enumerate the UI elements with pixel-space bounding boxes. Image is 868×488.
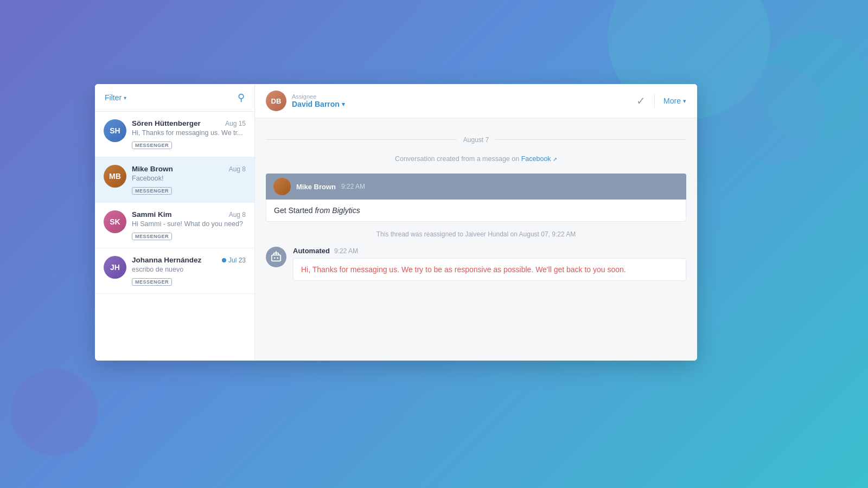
sidebar-header: Filter ▾ ⚲ — [95, 84, 254, 112]
facebook-link[interactable]: Facebook ➚ — [521, 155, 557, 163]
automated-message-block: Automated 9:22 AM Hi, Thanks for messagi… — [266, 247, 686, 281]
conv-name-mike: Mike Brown — [132, 165, 173, 173]
more-label: More — [663, 97, 681, 105]
external-link-icon: ➚ — [553, 156, 557, 162]
assignee-avatar: DB — [266, 91, 286, 111]
conv-top-sammi: Sammi Kim Aug 8 — [132, 210, 246, 219]
bg-decoration-3 — [727, 65, 825, 163]
svg-rect-0 — [272, 255, 281, 261]
sidebar: Filter ▾ ⚲ SH Sören Hüttenberger Aug 15 … — [95, 84, 255, 361]
auto-avatar — [266, 247, 286, 267]
conv-name-soren: Sören Hüttenberger — [132, 119, 201, 127]
header-divider — [654, 94, 655, 108]
chat-messages[interactable]: August 7 Conversation created from a mes… — [255, 118, 697, 361]
avatar-johanna: JH — [104, 256, 126, 279]
bot-icon — [270, 251, 282, 263]
conv-badge-soren: MESSENGER — [132, 142, 172, 149]
msg-avatar-mike — [273, 178, 291, 195]
filter-label: Filter — [105, 93, 122, 102]
conv-preview-mike: Facebook! — [132, 175, 246, 182]
conv-date-sammi: Aug 8 — [229, 211, 246, 219]
conv-date-mike: Aug 8 — [229, 165, 246, 173]
search-icon: ⚲ — [238, 92, 245, 103]
conv-badge-johanna: MESSENGER — [132, 278, 172, 286]
message-body-mike: Get Started from Biglytics — [266, 200, 686, 222]
conv-name-sammi: Sammi Kim — [132, 210, 172, 219]
auto-header: Automated 9:22 AM — [293, 247, 686, 255]
conv-preview-soren: Hi, Thanks for messaging us. We tr... — [132, 129, 246, 137]
svg-point-1 — [274, 257, 276, 259]
bg-decoration-4 — [11, 369, 98, 455]
app-container: Filter ▾ ⚲ SH Sören Hüttenberger Aug 15 … — [95, 84, 697, 361]
chat-header-actions: ✓ More ▾ — [636, 94, 686, 108]
assignee-label: Assignee — [292, 93, 345, 100]
conv-preview-sammi: Hi Sammi - sure! What do you need? — [132, 220, 246, 228]
conv-date-johanna: Jul 23 — [222, 256, 246, 264]
conv-badge-mike: MESSENGER — [132, 187, 172, 195]
conversation-item-sammi[interactable]: SK Sammi Kim Aug 8 Hi Sammi - sure! What… — [95, 203, 254, 248]
message-header-mike: Mike Brown 9:22 AM — [266, 174, 686, 200]
conversation-created-msg: Conversation created from a message on F… — [266, 155, 686, 163]
auto-sender: Automated — [293, 247, 330, 255]
assignee-section: DB Assignee David Barron ▾ — [266, 91, 345, 111]
conv-top-mike: Mike Brown Aug 8 — [132, 165, 246, 173]
conv-badge-sammi: MESSENGER — [132, 233, 172, 240]
conversation-item-mike[interactable]: MB Mike Brown Aug 8 Facebook! MESSENGER — [95, 157, 254, 203]
assignee-info: Assignee David Barron ▾ — [292, 93, 345, 108]
conv-content-mike: Mike Brown Aug 8 Facebook! MESSENGER — [132, 165, 246, 195]
chat-header: DB Assignee David Barron ▾ ✓ More ▾ — [255, 84, 697, 118]
conv-top-johanna: Johanna Hernández Jul 23 — [132, 256, 246, 264]
message-block-mike: Mike Brown 9:22 AM Get Started from Bigl… — [266, 174, 686, 222]
date-divider: August 7 — [266, 134, 686, 144]
assignee-name[interactable]: David Barron ▾ — [292, 100, 345, 108]
chat-area: DB Assignee David Barron ▾ ✓ More ▾ — [255, 84, 697, 361]
conv-top-soren: Sören Hüttenberger Aug 15 — [132, 119, 246, 127]
conversation-list: SH Sören Hüttenberger Aug 15 Hi, Thanks … — [95, 112, 254, 361]
svg-point-2 — [277, 257, 278, 259]
avatar-mike: MB — [104, 165, 126, 188]
conv-content-johanna: Johanna Hernández Jul 23 escribo de nuev… — [132, 256, 246, 286]
resolve-button[interactable]: ✓ — [636, 94, 646, 107]
conversation-item-soren[interactable]: SH Sören Hüttenberger Aug 15 Hi, Thanks … — [95, 112, 254, 157]
avatar-sammi: SK — [104, 210, 126, 233]
reassign-message: This thread was reassigned to Jaiveer Hu… — [266, 230, 686, 238]
conv-content-soren: Sören Hüttenberger Aug 15 Hi, Thanks for… — [132, 119, 246, 149]
unread-dot-johanna — [222, 258, 226, 262]
msg-time-mike: 9:22 AM — [341, 183, 365, 190]
more-button[interactable]: More ▾ — [663, 97, 686, 105]
auto-time: 9:22 AM — [334, 247, 358, 255]
auto-body: Hi, Thanks for messaging us. We try to b… — [293, 258, 686, 281]
conv-name-johanna: Johanna Hernández — [132, 256, 201, 264]
conv-preview-johanna: escribo de nuevo — [132, 266, 246, 273]
avatar-soren: SH — [104, 119, 126, 142]
chevron-down-icon-assignee: ▾ — [342, 101, 345, 108]
search-button[interactable]: ⚲ — [238, 92, 245, 104]
date-divider-text: August 7 — [457, 136, 495, 144]
filter-button[interactable]: Filter ▾ — [105, 93, 126, 102]
msg-sender-mike: Mike Brown — [296, 183, 336, 191]
conv-content-sammi: Sammi Kim Aug 8 Hi Sammi - sure! What do… — [132, 210, 246, 240]
auto-content: Automated 9:22 AM Hi, Thanks for messagi… — [293, 247, 686, 281]
conv-date-soren: Aug 15 — [225, 120, 246, 127]
chevron-down-icon: ▾ — [124, 95, 126, 101]
chevron-down-icon-more: ▾ — [683, 98, 686, 105]
conversation-item-johanna[interactable]: JH Johanna Hernández Jul 23 escribo de n… — [95, 248, 254, 294]
